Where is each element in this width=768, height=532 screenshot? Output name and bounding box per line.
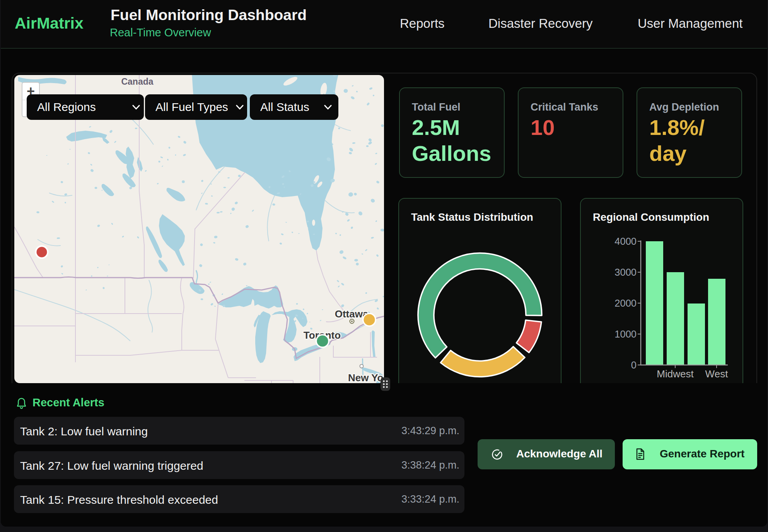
svg-text:West: West bbox=[705, 368, 729, 380]
svg-text:1000: 1000 bbox=[614, 329, 637, 339]
svg-text:Canada: Canada bbox=[121, 77, 153, 87]
svg-text:4000: 4000 bbox=[614, 236, 637, 247]
svg-text:Midwest: Midwest bbox=[657, 368, 694, 380]
svg-text:3000: 3000 bbox=[614, 267, 637, 278]
svg-text:2000: 2000 bbox=[614, 298, 637, 309]
svg-text:New York: New York bbox=[348, 372, 384, 383]
svg-text:0: 0 bbox=[631, 360, 637, 370]
